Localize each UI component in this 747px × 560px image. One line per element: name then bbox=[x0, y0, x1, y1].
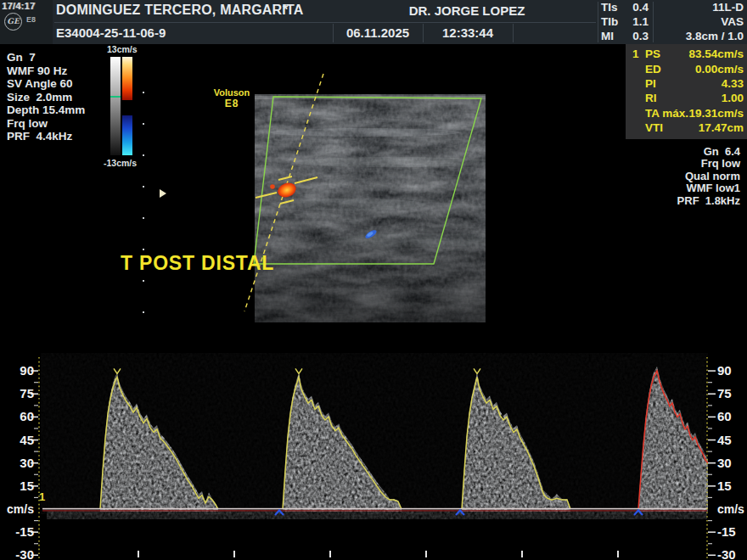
pw-param-line: PRF 1.8kHz bbox=[677, 194, 740, 206]
exam-time: 12:33:44 bbox=[430, 25, 506, 40]
thermal-index-text: 0.3 bbox=[624, 30, 649, 44]
measurement-text: VTI bbox=[645, 121, 663, 134]
y-axis-label: -30 bbox=[0, 547, 34, 560]
thermal-index-text: TIb bbox=[601, 15, 624, 30]
brand-line2: E8 bbox=[204, 98, 260, 109]
measurement-text: 83.54cm/s bbox=[688, 48, 744, 60]
gray-scale-bar bbox=[110, 57, 121, 155]
y-axis-label: 75 bbox=[0, 386, 34, 401]
measurement-row: PI4.33 bbox=[626, 76, 747, 91]
bmode-param-line: PRF 4.4kHz bbox=[7, 130, 85, 143]
pw-param-line: Gn 6.4 bbox=[677, 145, 740, 157]
y-axis-label: 15 bbox=[717, 479, 746, 494]
measurement-marker-number: 1 bbox=[39, 490, 45, 503]
divider bbox=[513, 24, 514, 42]
measurement-text: 4.33 bbox=[722, 77, 744, 90]
system-label: E8 bbox=[26, 15, 36, 24]
header-bar: 17/4:17 GE E8 DOMINGUEZ TERCERO, MARGARI… bbox=[0, 0, 747, 44]
thermal-index-text: 0.4 bbox=[624, 1, 649, 15]
measurement-text: TA máx. bbox=[645, 107, 688, 120]
y-axis-label: 90 bbox=[0, 363, 34, 378]
color-scale-positive bbox=[122, 57, 132, 100]
measurement-text: PI bbox=[645, 77, 656, 90]
logo-block: 17/4:17 GE E8 bbox=[0, 0, 53, 44]
patient-name: DOMINGUEZ TERCERO, MARGARITA bbox=[56, 3, 304, 18]
depth-dot bbox=[143, 280, 144, 282]
y-axis-label: 45 bbox=[717, 433, 746, 448]
measurement-row: TA máx.19.31cm/s bbox=[626, 106, 747, 120]
bmode-parameters: Gn 7WMF 90 HzSV Angle 60Size 2.0mmDepth … bbox=[7, 51, 85, 143]
depth-dot bbox=[143, 249, 144, 250]
y-axis-label: 30 bbox=[0, 456, 34, 471]
measurement-text: 0.00cm/s bbox=[695, 63, 744, 76]
pw-param-line: WMF low1 bbox=[677, 182, 740, 193]
thermal-index-row: MI0.3 bbox=[601, 30, 650, 44]
pw-doppler-parameters: Gn 6.4Frq lowQual normWMF low1PRF 1.8kHz bbox=[677, 145, 740, 206]
y-axis-label: 60 bbox=[0, 409, 34, 424]
y-axis-label: 15 bbox=[0, 479, 34, 494]
divider bbox=[423, 24, 424, 42]
y-axis-unit: cm/s bbox=[717, 501, 746, 517]
gray-map-marker bbox=[110, 96, 121, 98]
y-axis-label: 60 bbox=[717, 409, 746, 424]
pw-param-line: Frq low bbox=[677, 157, 740, 169]
thermal-index-text: TIs bbox=[601, 1, 624, 15]
divider bbox=[653, 2, 654, 42]
thermal-index-block: TIs0.4TIb1.1MI0.3 bbox=[601, 1, 650, 43]
depth-dot bbox=[143, 154, 144, 156]
physician-name: DR. JORGE LOPEZ bbox=[374, 3, 560, 18]
bmode-param-line: Depth 15.4mm bbox=[7, 104, 85, 117]
ge-logo-icon: GE bbox=[4, 13, 22, 31]
measurement-text: RI bbox=[645, 92, 657, 104]
depth-dot bbox=[143, 186, 144, 188]
measurement-results-panel: 1PS83.54cm/sED0.00cm/sPI4.33RI1.00TA máx… bbox=[626, 44, 747, 139]
depth-dot bbox=[143, 123, 144, 125]
exam-id: E34004-25-11-06-9 bbox=[56, 25, 166, 40]
measurement-text: ED bbox=[645, 63, 661, 76]
y-axis-label: 45 bbox=[0, 433, 34, 448]
screen-overlay: 17/4:17 GE E8 DOMINGUEZ TERCERO, MARGARI… bbox=[0, 0, 747, 560]
color-scale-min: -13cm/s bbox=[104, 158, 137, 168]
body-annotation-label: T POST DISTAL bbox=[121, 252, 274, 275]
y-axis-label: -30 bbox=[717, 547, 746, 560]
corner-clock-text: 17/4:17 bbox=[2, 1, 35, 11]
measurement-row: RI1.00 bbox=[626, 91, 747, 105]
bmode-param-line: SV Angle 60 bbox=[7, 77, 85, 91]
bmode-param-line: Gn 7 bbox=[7, 51, 85, 64]
depth-dot bbox=[143, 92, 144, 93]
focus-position-icon bbox=[160, 189, 166, 198]
measurement-row: VTI17.47cm bbox=[626, 120, 747, 135]
bmode-param-line: WMF 90 Hz bbox=[7, 64, 85, 78]
probe-info-block: 11L-D VAS 3.8cm / 1.0 bbox=[655, 1, 744, 43]
thermal-index-row: TIb1.1 bbox=[601, 15, 650, 30]
measurement-row: ED0.00cm/s bbox=[626, 61, 747, 76]
y-axis-label: 30 bbox=[717, 456, 746, 471]
color-scale-negative bbox=[122, 115, 132, 155]
color-scale-max: 13cm/s bbox=[107, 44, 138, 54]
measurement-text: 17.47cm bbox=[699, 121, 744, 134]
bmode-param-line: Frq low bbox=[7, 117, 85, 131]
thermal-index-text: 1.1 bbox=[624, 15, 649, 30]
divider bbox=[598, 2, 598, 42]
depth-dot bbox=[143, 217, 144, 219]
measurement-text: PS bbox=[645, 48, 660, 60]
measurement-text: 1.00 bbox=[722, 92, 744, 104]
patient-marker: * bbox=[283, 3, 288, 18]
depth-framerate: 3.8cm / 1.0 bbox=[655, 30, 744, 44]
y-axis-label: -15 bbox=[0, 524, 34, 540]
divider bbox=[333, 24, 334, 42]
measurement-row: 1PS83.54cm/s bbox=[626, 47, 747, 61]
probe-name: 11L-D bbox=[655, 1, 744, 15]
thermal-index-row: TIs0.4 bbox=[601, 1, 650, 15]
measurement-text: 19.31cm/s bbox=[688, 107, 744, 120]
preset-name: VAS bbox=[655, 15, 744, 30]
bmode-param-line: Size 2.0mm bbox=[7, 91, 85, 104]
measurement-text: 1 bbox=[632, 48, 645, 60]
brand-line1: Voluson bbox=[204, 87, 260, 98]
exam-date: 06.11.2025 bbox=[338, 25, 418, 40]
thermal-index-text: MI bbox=[601, 30, 624, 44]
y-axis-label: -15 bbox=[717, 524, 746, 540]
y-axis-unit: cm/s bbox=[0, 501, 34, 517]
depth-dot bbox=[143, 311, 144, 313]
image-brand: Voluson E8 bbox=[204, 87, 260, 109]
